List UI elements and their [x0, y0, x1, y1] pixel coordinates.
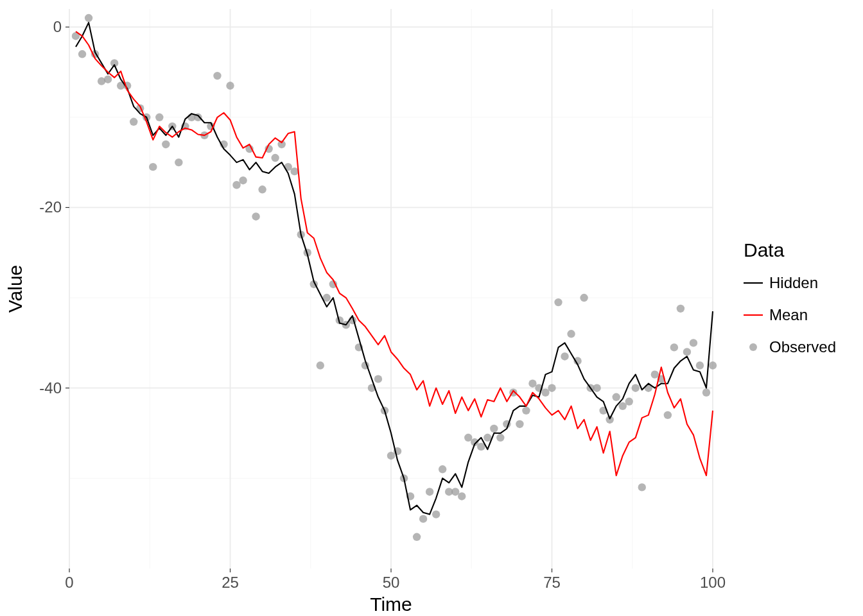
- x-tick-label: 25: [222, 574, 239, 591]
- y-axis-title: Value: [4, 265, 26, 313]
- observed-point: [374, 375, 382, 382]
- observed-point: [439, 465, 446, 473]
- observed-point: [387, 452, 395, 459]
- observed-point: [226, 81, 234, 89]
- observed-point: [239, 176, 247, 184]
- observed-point: [162, 141, 170, 148]
- observed-point: [677, 305, 684, 312]
- y-tick-label: -20: [39, 198, 62, 216]
- observed-point: [638, 483, 646, 491]
- observed-point: [567, 330, 575, 338]
- observed-point: [548, 384, 555, 392]
- legend-label: Mean: [769, 306, 808, 323]
- observed-point: [690, 339, 697, 346]
- x-tick-label: 75: [543, 574, 561, 591]
- y-tick-label: -40: [39, 379, 62, 397]
- observed-point: [632, 384, 640, 392]
- observed-point: [271, 154, 279, 162]
- observed-point: [458, 492, 466, 500]
- observed-point: [490, 425, 498, 432]
- observed-point: [593, 384, 600, 392]
- observed-point: [670, 343, 678, 351]
- observed-point: [619, 402, 627, 410]
- observed-point: [426, 488, 433, 495]
- legend-label: Hidden: [769, 274, 818, 291]
- observed-point: [252, 212, 259, 220]
- observed-point: [291, 167, 299, 175]
- observed-point: [702, 389, 710, 397]
- observed-point: [651, 370, 659, 378]
- observed-point: [413, 533, 421, 541]
- observed-point: [104, 76, 112, 83]
- observed-point: [516, 420, 523, 428]
- x-tick-label: 50: [383, 574, 400, 591]
- observed-point: [709, 361, 717, 369]
- observed-point: [317, 361, 324, 369]
- legend-label: Observed: [769, 338, 836, 355]
- observed-point: [464, 434, 472, 441]
- x-tick-label: 0: [65, 574, 73, 591]
- y-tick-label: 0: [53, 18, 62, 35]
- observed-point: [561, 352, 568, 360]
- observed-point: [696, 361, 704, 369]
- observed-point: [149, 163, 157, 171]
- chart-svg: 0255075100-40-200TimeValueDataHiddenMean…: [0, 0, 863, 616]
- x-tick-label: 100: [700, 574, 726, 591]
- observed-point: [78, 50, 86, 58]
- observed-point: [541, 389, 549, 397]
- observed-point: [213, 72, 221, 80]
- observed-point: [258, 185, 266, 193]
- observed-point: [451, 488, 459, 495]
- observed-point: [432, 510, 440, 518]
- observed-point: [625, 398, 633, 406]
- observed-point: [130, 118, 137, 126]
- observed-point: [522, 407, 530, 415]
- observed-point: [175, 158, 182, 166]
- legend-key-point: [749, 343, 757, 351]
- observed-point: [580, 294, 588, 302]
- observed-point: [155, 114, 163, 121]
- observed-point: [664, 411, 672, 419]
- observed-point: [554, 298, 562, 306]
- observed-point: [232, 181, 240, 189]
- observed-point: [85, 14, 92, 22]
- chart-container: 0255075100-40-200TimeValueDataHiddenMean…: [0, 0, 863, 616]
- observed-point: [528, 379, 536, 387]
- legend-title: Data: [744, 239, 785, 261]
- x-axis-title: Time: [370, 594, 412, 615]
- observed-point: [484, 434, 491, 441]
- observed-point: [683, 348, 691, 355]
- observed-point: [419, 515, 427, 522]
- observed-point: [496, 434, 504, 441]
- observed-point: [613, 393, 620, 401]
